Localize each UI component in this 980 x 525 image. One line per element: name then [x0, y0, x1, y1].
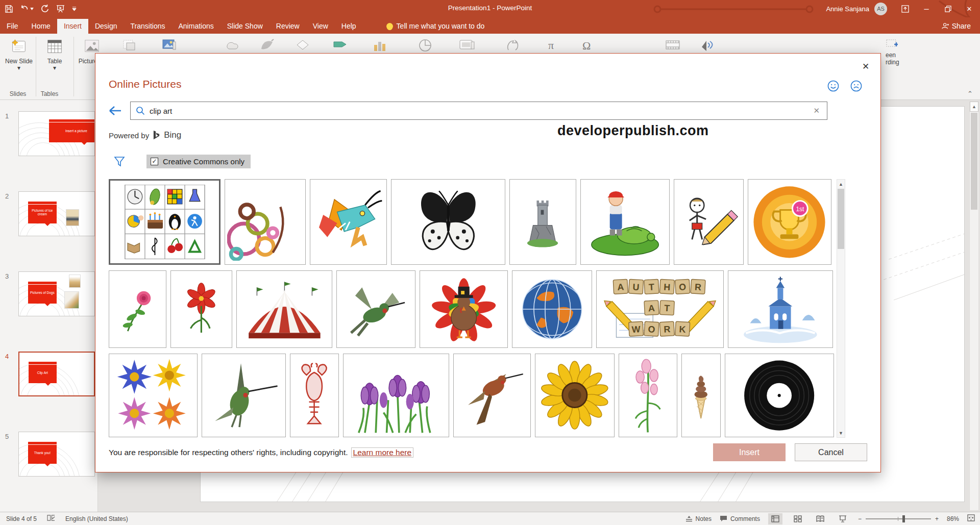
- svg-text:T: T: [664, 303, 670, 314]
- normal-view-button[interactable]: [768, 513, 782, 524]
- zoom-slider-thumb[interactable]: [902, 515, 905, 522]
- result-image-winter-church[interactable]: [728, 270, 833, 348]
- insert-button[interactable]: Insert: [713, 443, 786, 461]
- result-image-castle-rock[interactable]: [509, 179, 576, 265]
- tab-file[interactable]: File: [0, 19, 25, 34]
- notes-icon: [685, 516, 693, 522]
- result-image-author-at-work[interactable]: AUTHORATWORK: [596, 270, 724, 348]
- result-image-butterfly[interactable]: [391, 179, 505, 265]
- zoom-in-icon[interactable]: +: [935, 515, 939, 522]
- result-image-pink-lily[interactable]: [619, 354, 677, 437]
- canvas-vertical-scrollbar[interactable]: ▲: [969, 101, 979, 511]
- table-button[interactable]: Table▾: [39, 38, 70, 71]
- result-image-trophy-first-place[interactable]: 1st: [748, 179, 831, 265]
- checkbox-check-icon[interactable]: ✓: [151, 158, 158, 165]
- result-image-clipart-collage[interactable]: [109, 179, 220, 265]
- result-image-daisies[interactable]: [109, 354, 198, 437]
- feedback-frown-icon[interactable]: [850, 80, 862, 92]
- slide-thumbnail-4[interactable]: Clip Art: [18, 352, 95, 396]
- slide-photo: [66, 209, 80, 226]
- result-image-vinyl-record[interactable]: [725, 354, 834, 437]
- result-image-swirl-flourish[interactable]: [225, 179, 306, 265]
- tab-slide-show[interactable]: Slide Show: [220, 19, 270, 34]
- user-avatar[interactable]: AS: [874, 3, 887, 15]
- tab-review[interactable]: Review: [270, 19, 306, 34]
- result-image-circus-tent[interactable]: [236, 270, 332, 348]
- result-image-pink-rose[interactable]: [109, 270, 166, 348]
- scroll-down-icon[interactable]: ▼: [837, 429, 845, 437]
- close-button[interactable]: ✕: [959, 0, 980, 17]
- result-image-rufous-hummingbird[interactable]: [453, 354, 531, 437]
- new-slide-button[interactable]: New Slide ▾: [3, 38, 35, 71]
- tab-transitions[interactable]: Transitions: [124, 19, 172, 34]
- tab-design[interactable]: Design: [88, 19, 124, 34]
- signed-in-user[interactable]: Annie Sanjana: [826, 5, 869, 13]
- share-button[interactable]: Share: [942, 22, 971, 34]
- back-arrow-icon[interactable]: [109, 105, 122, 116]
- results-scrollbar-thumb[interactable]: [838, 189, 844, 249]
- result-image-red-amaryllis[interactable]: [170, 270, 232, 348]
- result-image-hummingbird-green[interactable]: [202, 354, 286, 437]
- accessibility-checker-icon[interactable]: [47, 514, 55, 523]
- online-pictures-dialog: ✕ Online Pictures ✕ Powered by Bing deve…: [95, 53, 881, 472]
- svg-text:Ω: Ω: [582, 39, 591, 52]
- collapse-ribbon-icon[interactable]: ⌃: [967, 90, 973, 97]
- result-image-sunflower[interactable]: [535, 354, 615, 437]
- search-input[interactable]: [150, 107, 806, 115]
- zoom-slider[interactable]: − +: [858, 515, 939, 522]
- slide-indicator[interactable]: Slide 4 of 5: [6, 515, 37, 522]
- tell-me-box[interactable]: Tell me what you want to do: [386, 22, 485, 34]
- powered-by-label: Powered by: [109, 131, 149, 140]
- tables-group-label: Tables: [32, 90, 67, 97]
- tab-view[interactable]: View: [306, 19, 335, 34]
- svg-text:K: K: [679, 324, 686, 335]
- cancel-button[interactable]: Cancel: [795, 443, 867, 461]
- ribbon-display-options-icon[interactable]: [894, 0, 916, 17]
- result-image-thanksgiving-turkey[interactable]: [420, 270, 508, 348]
- svg-text:A: A: [617, 282, 624, 292]
- result-image-red-lobster[interactable]: [290, 354, 339, 437]
- slide-sorter-view-button[interactable]: [791, 513, 805, 524]
- scroll-up-icon[interactable]: ▲: [837, 180, 845, 188]
- results-scrollbar[interactable]: ▲ ▼: [837, 179, 845, 438]
- slide-photo: [69, 274, 81, 288]
- restore-button[interactable]: [937, 0, 959, 17]
- language-indicator[interactable]: English (United States): [65, 515, 128, 522]
- search-box[interactable]: ✕: [130, 102, 827, 120]
- slide-thumbnail-5[interactable]: Thank you!: [18, 432, 95, 477]
- tab-help[interactable]: Help: [335, 19, 363, 34]
- zoom-percentage[interactable]: 86%: [947, 515, 959, 522]
- tab-insert[interactable]: Insert: [57, 19, 88, 34]
- result-image-world-globe[interactable]: [512, 270, 592, 348]
- scroll-up-icon[interactable]: ▲: [970, 102, 978, 112]
- result-image-icecream-cone[interactable]: [681, 354, 721, 437]
- fit-slide-to-window-icon[interactable]: [967, 514, 975, 523]
- slide-thumbnail-2[interactable]: Pictures of Ice cream: [18, 191, 95, 236]
- ribbon-icon-strip: π Ω: [102, 37, 883, 52]
- screen-recording-button-partial[interactable]: eenrding: [886, 39, 926, 66]
- minimize-button[interactable]: ─: [916, 0, 937, 17]
- slideshow-view-button[interactable]: [836, 513, 850, 524]
- notes-button[interactable]: Notes: [685, 515, 712, 522]
- filter-icon[interactable]: [114, 156, 125, 167]
- scrollbar-thumb[interactable]: [971, 113, 977, 210]
- result-image-purple-crocuses[interactable]: [343, 354, 449, 437]
- reading-view-button[interactable]: [813, 513, 827, 524]
- zoom-out-icon[interactable]: −: [858, 515, 862, 522]
- tab-animations[interactable]: Animations: [172, 19, 220, 34]
- feedback-smile-icon[interactable]: [827, 80, 839, 92]
- svg-text:R: R: [694, 282, 701, 292]
- result-image-dragon-head[interactable]: [310, 179, 387, 265]
- result-image-hummingbird-flying[interactable]: [336, 270, 415, 348]
- learn-more-link[interactable]: Learn more here: [351, 447, 414, 458]
- tab-home[interactable]: Home: [25, 19, 57, 34]
- dialog-close-icon[interactable]: ✕: [859, 60, 872, 73]
- creative-commons-checkbox[interactable]: ✓ Creative Commons only: [146, 155, 251, 168]
- slide-thumbnail-1[interactable]: Insert a picture: [18, 111, 95, 156]
- slide-thumbnail-3[interactable]: Pictures of Dogs: [18, 271, 95, 316]
- clear-search-icon[interactable]: ✕: [811, 106, 822, 115]
- comments-button[interactable]: Comments: [720, 515, 760, 522]
- result-image-boy-with-pencil[interactable]: [674, 179, 744, 265]
- result-image-boy-with-turtle[interactable]: [580, 179, 670, 265]
- table-label: Table: [47, 58, 62, 65]
